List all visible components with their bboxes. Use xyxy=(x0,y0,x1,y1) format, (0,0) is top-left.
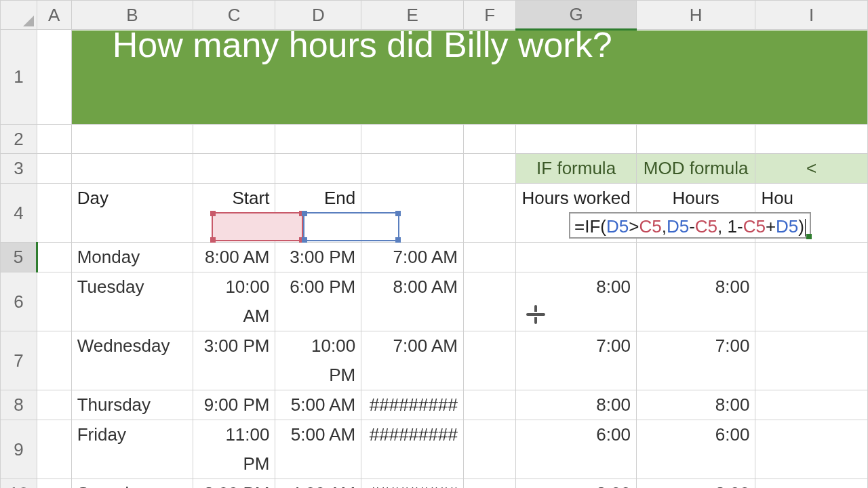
header-day: Day xyxy=(71,184,193,243)
cell-end-7[interactable]: 10:00 PM xyxy=(275,331,361,390)
cell-G2[interactable] xyxy=(516,125,637,154)
cell-I8[interactable] xyxy=(755,390,868,420)
cell-H2[interactable] xyxy=(636,125,755,154)
formula-token: ) xyxy=(798,216,804,237)
cell-F8[interactable] xyxy=(463,390,515,420)
cell-hours-g-7[interactable]: 7:00 xyxy=(516,331,637,390)
col-header-A[interactable]: A xyxy=(37,1,71,30)
cell-F4[interactable] xyxy=(463,184,515,243)
cell-B3[interactable] xyxy=(71,154,193,184)
row-header-6[interactable]: 6 xyxy=(1,272,37,331)
cell-D3[interactable] xyxy=(275,154,361,184)
cell-hours-h-9[interactable]: 6:00 xyxy=(636,420,755,479)
cell-hours-h-10[interactable]: 8:00 xyxy=(636,479,755,489)
cell-E3[interactable] xyxy=(361,154,464,184)
cell-A8[interactable] xyxy=(37,390,71,420)
header-mod-formula: MOD formula xyxy=(636,154,755,184)
row-header-2[interactable]: 2 xyxy=(1,125,37,154)
cell-end-5[interactable]: 3:00 PM xyxy=(275,243,361,272)
cell-F2[interactable] xyxy=(463,125,515,154)
cell-F7[interactable] xyxy=(463,331,515,390)
cell-hours-h-8[interactable]: 8:00 xyxy=(636,390,755,420)
cell-I6[interactable] xyxy=(755,272,868,331)
spreadsheet-grid[interactable]: ABCDEFGHI1How many hours did Billy work?… xyxy=(0,0,868,488)
cell-diff-10[interactable]: ######### xyxy=(361,479,464,489)
col-header-H[interactable]: H xyxy=(636,1,755,30)
cell-A2[interactable] xyxy=(37,125,71,154)
row-header-7[interactable]: 7 xyxy=(1,331,37,390)
formula-token: D5 xyxy=(776,216,798,237)
cell-start-5[interactable]: 8:00 AM xyxy=(193,243,275,272)
formula-token: - xyxy=(689,216,695,237)
cell-end-6[interactable]: 6:00 PM xyxy=(275,272,361,331)
cell-F9[interactable] xyxy=(463,420,515,479)
cell-A7[interactable] xyxy=(37,331,71,390)
cell-I2[interactable] xyxy=(755,125,868,154)
cell-I10[interactable] xyxy=(755,479,868,489)
cell-day-9[interactable]: Friday xyxy=(71,420,193,479)
cell-F5[interactable] xyxy=(463,243,515,272)
formula-token: C5 xyxy=(743,216,766,237)
cell-day-6[interactable]: Tuesday xyxy=(71,272,193,331)
cell-end-9[interactable]: 5:00 AM xyxy=(275,420,361,479)
cell-A4[interactable] xyxy=(37,184,71,243)
formula-token: > xyxy=(629,216,639,237)
row-header-3[interactable]: 3 xyxy=(1,154,37,184)
text-caret xyxy=(805,219,806,237)
row-header-4[interactable]: 4 xyxy=(1,184,37,243)
cell-hours-g-8[interactable]: 8:00 xyxy=(516,390,637,420)
cell-A9[interactable] xyxy=(37,420,71,479)
formula-token: D5 xyxy=(667,216,689,237)
cell-hours-g-6[interactable]: 8:00 xyxy=(516,272,637,331)
select-all-corner[interactable] xyxy=(1,1,37,30)
cell-hours-g-9[interactable]: 6:00 xyxy=(516,420,637,479)
cell-start-8[interactable]: 9:00 PM xyxy=(193,390,275,420)
cell-day-10[interactable]: Saturday xyxy=(71,479,193,489)
cell-day-7[interactable]: Wednesday xyxy=(71,331,193,390)
cell-I7[interactable] xyxy=(755,331,868,390)
cell-B2[interactable] xyxy=(71,125,193,154)
header-if-formula: IF formula xyxy=(516,154,637,184)
cell-I9[interactable] xyxy=(755,420,868,479)
row-header-9[interactable]: 9 xyxy=(1,420,37,479)
row-header-8[interactable]: 8 xyxy=(1,390,37,420)
cell-editor[interactable]: =IF(D5>C5,D5-C5, 1-C5+D5) xyxy=(569,212,811,239)
cell-start-7[interactable]: 3:00 PM xyxy=(193,331,275,390)
cell-F6[interactable] xyxy=(463,272,515,331)
cell-F10[interactable] xyxy=(463,479,515,489)
cell-day-5[interactable]: Monday xyxy=(71,243,193,272)
cell-F3[interactable] xyxy=(463,154,515,184)
cell-E4[interactable] xyxy=(361,184,464,243)
cell-A5[interactable] xyxy=(37,243,71,272)
cell-C2[interactable] xyxy=(193,125,275,154)
cell-diff-7[interactable]: 7:00 AM xyxy=(361,331,464,390)
cell-diff-8[interactable]: ######### xyxy=(361,390,464,420)
col-header-I[interactable]: I xyxy=(755,1,868,30)
cell-I5[interactable] xyxy=(755,243,868,272)
cell-hours-h-7[interactable]: 7:00 xyxy=(636,331,755,390)
cell-hours-h-6[interactable]: 8:00 xyxy=(636,272,755,331)
cell-start-6[interactable]: 10:00 AM xyxy=(193,272,275,331)
cell-end-10[interactable]: 4:00 AM xyxy=(275,479,361,489)
cell-start-9[interactable]: 11:00 PM xyxy=(193,420,275,479)
cell-C3[interactable] xyxy=(193,154,275,184)
cell-end-8[interactable]: 5:00 AM xyxy=(275,390,361,420)
cell-E2[interactable] xyxy=(361,125,464,154)
cell-hours-h-5[interactable] xyxy=(636,243,755,272)
cell-A6[interactable] xyxy=(37,272,71,331)
cell-A10[interactable] xyxy=(37,479,71,489)
cell-diff-5[interactable]: 7:00 AM xyxy=(361,243,464,272)
cell-A1[interactable] xyxy=(37,30,71,125)
row-header-5[interactable]: 5 xyxy=(1,243,37,272)
cell-A3[interactable] xyxy=(37,154,71,184)
cell-hours-g-5[interactable] xyxy=(516,243,637,272)
cell-diff-9[interactable]: ######### xyxy=(361,420,464,479)
cell-hours-g-10[interactable]: 8:00 xyxy=(516,479,637,489)
row-header-1[interactable]: 1 xyxy=(1,30,37,125)
row-header-10[interactable]: 10 xyxy=(1,479,37,489)
formula-token: =IF( xyxy=(574,216,606,237)
cell-start-10[interactable]: 8:00 PM xyxy=(193,479,275,489)
cell-D2[interactable] xyxy=(275,125,361,154)
cell-day-8[interactable]: Thursday xyxy=(71,390,193,420)
cell-diff-6[interactable]: 8:00 AM xyxy=(361,272,464,331)
